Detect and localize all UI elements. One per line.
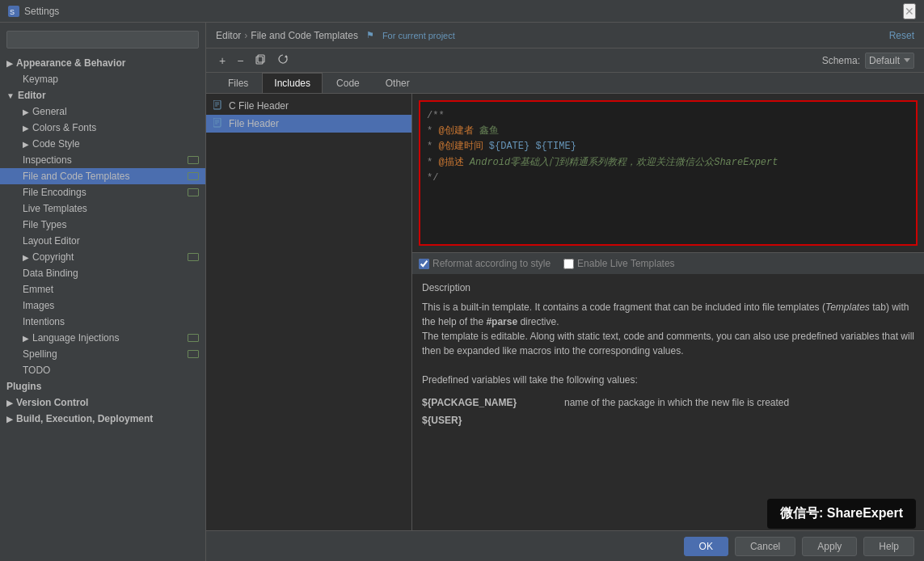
code-line-3: * @创建时间 ${DATE} ${TIME} — [427, 139, 909, 154]
sidebar-item-label: Live Templates — [23, 203, 87, 214]
sidebar-item-spelling[interactable]: Spelling — [0, 346, 205, 362]
code-line-1: /** — [427, 108, 909, 124]
sidebar-item-version-control[interactable]: ▶ Version Control — [0, 394, 205, 411]
expand-arrow-icon: ▶ — [6, 415, 13, 424]
cancel-button[interactable]: Cancel — [735, 537, 795, 556]
main-container: ▶ Appearance & Behavior Keymap ▼ Editor … — [0, 23, 924, 561]
sidebar-item-label: Plugins — [6, 381, 41, 392]
sidebar-item-label: Build, Execution, Deployment — [16, 413, 153, 424]
svg-text:S: S — [10, 8, 15, 16]
ok-button[interactable]: OK — [684, 537, 728, 556]
sidebar-item-inspections[interactable]: Inspections — [0, 152, 205, 168]
var-row-package: ${PACKAGE_NAME} name of the package in w… — [422, 394, 914, 411]
template-icon — [213, 100, 224, 112]
reset-button[interactable]: Reset — [889, 30, 914, 41]
sidebar-item-file-encodings[interactable]: File Encodings — [0, 184, 205, 200]
copy-button[interactable] — [251, 52, 269, 69]
sidebar-item-label: Emmet — [23, 284, 53, 295]
description-area: Description This is a built-in template.… — [412, 274, 924, 436]
sidebar-item-language-injections[interactable]: ▶ Language Injections — [0, 330, 205, 346]
file-item-c-header[interactable]: C File Header — [206, 97, 411, 115]
var-row-user: ${USER} — [422, 411, 914, 429]
sidebar-item-general[interactable]: ▶ General — [0, 103, 205, 120]
add-button[interactable]: + — [216, 53, 229, 69]
sidebar-item-label: TODO — [23, 365, 50, 376]
breadcrumb-sep: › — [244, 30, 247, 41]
sidebar-item-todo[interactable]: TODO — [0, 362, 205, 378]
toolbar: + − Schema: Default — [206, 49, 924, 73]
code-line-2: * @创建者 鑫鱼 — [427, 124, 909, 139]
search-container — [0, 27, 205, 52]
tab-files-label: Files — [228, 78, 248, 89]
live-templates-checkbox-label[interactable]: Enable Live Templates — [563, 258, 675, 269]
reformat-checkbox-label[interactable]: Reformat according to style — [419, 258, 551, 269]
sidebar-item-keymap[interactable]: Keymap — [0, 71, 205, 87]
sidebar-item-emmet[interactable]: Emmet — [0, 281, 205, 297]
expand-arrow-icon: ▶ — [23, 253, 29, 262]
tab-includes[interactable]: Includes — [262, 73, 323, 93]
title-bar-left: S Settings — [8, 6, 59, 17]
schema-select[interactable]: Default — [865, 53, 914, 69]
sidebar-item-build-execution[interactable]: ▶ Build, Execution, Deployment — [0, 411, 205, 427]
sidebar-item-file-code-templates[interactable]: File and Code Templates — [0, 168, 205, 184]
sidebar-item-appearance[interactable]: ▶ Appearance & Behavior — [0, 55, 205, 71]
tab-other-label: Other — [386, 78, 410, 89]
sidebar-item-label: Version Control — [16, 397, 88, 408]
editor-options: Reformat according to style Enable Live … — [412, 252, 924, 274]
var-name: ${USER} — [422, 413, 551, 428]
sidebar-item-label: File and Code Templates — [23, 171, 130, 182]
reset-template-button[interactable] — [274, 52, 292, 69]
var-name: ${PACKAGE_NAME} — [422, 395, 551, 410]
sidebar-item-images[interactable]: Images — [0, 297, 205, 314]
expand-arrow-icon: ▶ — [23, 334, 29, 343]
svg-rect-9 — [213, 118, 221, 127]
sidebar-item-colors-fonts[interactable]: ▶ Colors & Fonts — [0, 120, 205, 136]
sidebar-item-editor[interactable]: ▼ Editor — [0, 87, 205, 103]
sidebar-item-plugins[interactable]: Plugins — [0, 378, 205, 394]
remove-button[interactable]: − — [234, 53, 247, 69]
description-text: This is a built-in template. It contains… — [422, 300, 914, 387]
content-header: Editor › File and Code Templates ⚑ For c… — [206, 23, 924, 49]
sidebar-item-label: File Encodings — [23, 187, 86, 198]
svg-rect-3 — [258, 55, 264, 62]
apply-button[interactable]: Apply — [802, 537, 857, 556]
live-templates-checkbox[interactable] — [563, 259, 574, 269]
code-line-4: * @描述 Android零基础入门到精通系列教程，欢迎关注微信公众ShareE… — [427, 155, 909, 171]
search-input[interactable] — [6, 31, 199, 49]
sidebar-item-live-templates[interactable]: Live Templates — [0, 200, 205, 217]
tabs-bar: Files Includes Code Other — [206, 73, 924, 94]
sidebar-item-label: Intentions — [23, 316, 65, 327]
sidebar-item-copyright[interactable]: ▶ Copyright — [0, 249, 205, 265]
footer: OK Cancel Apply Help — [206, 530, 924, 561]
help-button[interactable]: Help — [863, 537, 914, 556]
sidebar-item-code-style[interactable]: ▶ Code Style — [0, 136, 205, 152]
reformat-label: Reformat according to style — [432, 258, 551, 269]
sidebar-item-data-binding[interactable]: Data Binding — [0, 265, 205, 281]
expand-arrow-icon: ▶ — [6, 399, 13, 407]
close-button[interactable]: ✕ — [903, 3, 916, 19]
toolbar-right: Schema: Default — [822, 53, 914, 69]
code-editor[interactable]: /** * @创建者 鑫鱼 * @创建时间 ${DATE} ${TIME} * … — [419, 100, 918, 246]
sidebar-item-label: Code Style — [32, 138, 80, 150]
svg-rect-5 — [213, 100, 221, 109]
sidebar-item-label: Data Binding — [23, 268, 78, 279]
tab-code[interactable]: Code — [324, 73, 372, 93]
sidebar-item-intentions[interactable]: Intentions — [0, 314, 205, 330]
title-text: Settings — [24, 6, 59, 17]
reformat-checkbox[interactable] — [419, 259, 429, 269]
sidebar-item-file-types[interactable]: File Types — [0, 217, 205, 233]
badge-icon — [188, 253, 199, 261]
file-item-label: C File Header — [229, 100, 289, 112]
tab-other[interactable]: Other — [373, 73, 422, 93]
tab-files[interactable]: Files — [216, 73, 260, 93]
breadcrumb-part1: Editor — [216, 30, 241, 41]
sidebar-item-layout-editor[interactable]: Layout Editor — [0, 233, 205, 249]
live-templates-label: Enable Live Templates — [577, 258, 675, 269]
sidebar-item-label: Layout Editor — [23, 235, 80, 247]
file-item-header[interactable]: File Header — [206, 115, 411, 133]
schema-label: Schema: — [822, 55, 860, 66]
template-icon — [213, 118, 224, 129]
code-line-5: */ — [427, 171, 909, 186]
badge-icon — [188, 350, 199, 358]
sidebar-item-label: General — [32, 106, 67, 117]
